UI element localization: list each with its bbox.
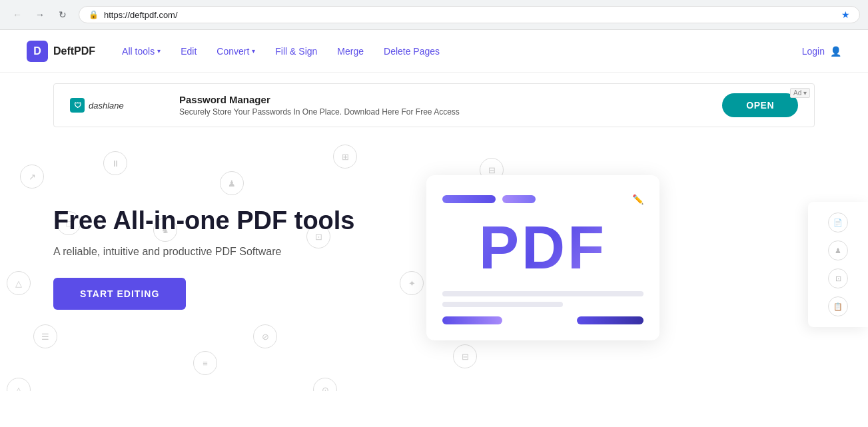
dashlane-name: dashlane bbox=[89, 101, 124, 111]
bookmark-icon[interactable]: ★ bbox=[841, 9, 850, 20]
login-label: Login bbox=[802, 46, 825, 57]
browser-nav: ← → ↻ bbox=[8, 5, 72, 24]
url-text: https://deftpdf.com/ bbox=[104, 10, 836, 20]
bg-icon-3: ♟ bbox=[220, 171, 244, 195]
right-card-icon-2: ♟ bbox=[828, 240, 848, 260]
bg-icon-13: ✦ bbox=[400, 271, 424, 295]
nav-fill-sign[interactable]: Fill & Sign bbox=[275, 46, 317, 57]
ad-open-button[interactable]: OPEN bbox=[722, 93, 798, 117]
card-line-partial bbox=[442, 302, 563, 307]
card-top-bars: ✏️ bbox=[442, 194, 644, 205]
address-bar[interactable]: 🔒 https://deftpdf.com/ ★ bbox=[79, 6, 860, 23]
nav-edit[interactable]: Edit bbox=[181, 46, 197, 57]
bg-icon-15: ≡ bbox=[193, 351, 217, 375]
nav-merge[interactable]: Merge bbox=[337, 46, 364, 57]
right-card-icon-1: 📄 bbox=[828, 213, 848, 232]
reload-button[interactable]: ↻ bbox=[53, 5, 72, 24]
login-area[interactable]: Login 👤 bbox=[802, 46, 841, 57]
bg-icon-2: ⏸ bbox=[103, 151, 127, 175]
pdf-text: PDF bbox=[442, 218, 644, 278]
ad-logo: 🛡 dashlane bbox=[70, 98, 163, 113]
lock-icon: 🔒 bbox=[89, 10, 99, 19]
ad-title: Password Manager bbox=[179, 94, 722, 105]
bg-icon-4: ⊞ bbox=[333, 145, 357, 169]
hero-card: ✏️ PDF bbox=[426, 175, 659, 340]
bg-icon-12: △ bbox=[7, 378, 31, 391]
nav-all-tools[interactable]: All tools ▾ bbox=[122, 46, 161, 57]
ad-banner: Ad ▾ 🛡 dashlane Password Manager Securel… bbox=[53, 83, 815, 127]
bg-icon-11: ☰ bbox=[33, 324, 57, 348]
bg-icon-14: ⊘ bbox=[253, 324, 277, 348]
card-bar-short bbox=[502, 195, 536, 203]
bg-icon-1: ↗ bbox=[20, 165, 44, 189]
logo-name: DeftPDF bbox=[53, 45, 95, 57]
ad-subtitle: Securely Store Your Passwords In One Pla… bbox=[179, 107, 722, 117]
user-icon: 👤 bbox=[830, 46, 841, 57]
card-bottom-bar-left bbox=[442, 316, 502, 324]
website: D DeftPDF All tools ▾ Edit Convert ▾ Fil… bbox=[0, 30, 868, 391]
card-edit-icon: ✏️ bbox=[632, 194, 644, 205]
nav-delete-pages[interactable]: Delete Pages bbox=[384, 46, 440, 57]
nav-convert[interactable]: Convert ▾ bbox=[217, 46, 255, 57]
hero-title: Free All-in-one PDF tools bbox=[53, 206, 400, 236]
chevron-down-icon: ▾ bbox=[157, 47, 161, 55]
ad-content: Password Manager Securely Store Your Pas… bbox=[179, 94, 722, 117]
bg-icon-16: ⊙ bbox=[313, 378, 337, 391]
hero-subtitle: A reliable, intuitive and productive PDF… bbox=[53, 246, 400, 258]
logo-letter: D bbox=[33, 45, 41, 57]
browser-chrome: ← → ↻ 🔒 https://deftpdf.com/ ★ bbox=[0, 0, 868, 30]
hero-section: ↗ ⏸ ♟ ⊞ ⊟ □ ♞ ⊡ ⊟ △ ☰ △ ✦ ⊘ ≡ ⊙ ⊟ Free A… bbox=[0, 138, 868, 391]
nav-links: All tools ▾ Edit Convert ▾ Fill & Sign M… bbox=[122, 46, 802, 57]
card-bottom-bar-right bbox=[577, 316, 644, 324]
forward-button[interactable]: → bbox=[31, 5, 49, 24]
right-card: 📄 ♟ ⊡ 📋 bbox=[808, 202, 868, 327]
card-line-full bbox=[442, 291, 644, 296]
card-bottom-bars bbox=[442, 316, 644, 324]
chevron-down-icon-convert: ▾ bbox=[252, 47, 255, 55]
back-button[interactable]: ← bbox=[8, 5, 27, 24]
card-bottom-lines bbox=[442, 291, 644, 307]
navbar: D DeftPDF All tools ▾ Edit Convert ▾ Fil… bbox=[0, 30, 868, 73]
hero-content: Free All-in-one PDF tools A reliable, in… bbox=[53, 206, 400, 310]
right-card-icon-4: 📋 bbox=[828, 296, 848, 316]
bg-icon-10: △ bbox=[7, 271, 31, 295]
logo-area[interactable]: D DeftPDF bbox=[27, 41, 95, 62]
dashlane-shield-icon: 🛡 bbox=[70, 98, 85, 113]
start-editing-button[interactable]: START EDITING bbox=[53, 278, 186, 310]
card-bar-long bbox=[442, 195, 496, 203]
logo-box: D bbox=[27, 41, 48, 62]
bg-icon-17: ⊟ bbox=[453, 344, 477, 368]
right-card-icon-3: ⊡ bbox=[828, 268, 848, 288]
ad-badge[interactable]: Ad ▾ bbox=[790, 88, 810, 98]
